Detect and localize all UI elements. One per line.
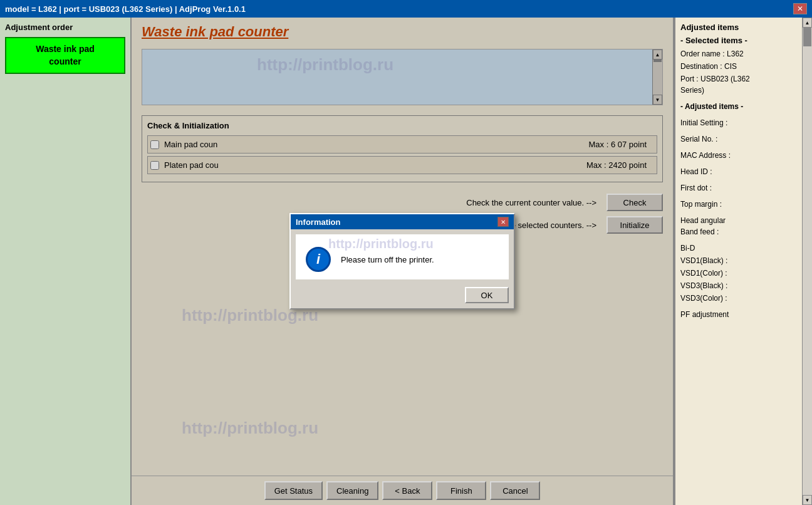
modal-message: Please turn off the printer. [341, 255, 434, 264]
right-item-port: Port : USB023 (L362Series) [680, 73, 797, 96]
right-item-vsd3-color: VSD3(Color) : [680, 292, 797, 305]
waste-ink-pad-counter-menu-item[interactable]: Waste ink pad counter [5, 37, 125, 74]
left-panel: Adjustment order Waste ink pad counter [0, 18, 132, 505]
title-bar-text: model = L362 | port = USB023 (L362 Serie… [5, 4, 246, 14]
modal-body: i Please turn off the printer. [296, 234, 509, 279]
right-item-serial: Serial No. : [680, 133, 797, 145]
selected-items-header: - Selected items - [680, 36, 797, 45]
information-dialog: Information ✕ http://printblog.ru i Plea… [289, 213, 515, 310]
right-panel-title: Adjusted items [680, 23, 797, 32]
left-panel-title: Adjustment order [5, 23, 125, 32]
modal-footer: OK [291, 284, 514, 308]
right-scroll-up[interactable]: ▲ [803, 18, 812, 28]
right-item-head-id: Head ID : [680, 165, 797, 178]
right-item-destination: Destination : CIS [680, 60, 797, 73]
right-item-first-dot: First dot : [680, 182, 797, 194]
right-scroll-thumb[interactable] [803, 28, 811, 46]
right-panel-inner: Adjusted items - Selected items - Order … [674, 18, 812, 505]
close-button[interactable]: ✕ [793, 3, 807, 14]
right-panel-container: Adjusted items - Selected items - Order … [674, 18, 812, 505]
modal-overlay: Information ✕ http://printblog.ru i Plea… [132, 18, 673, 505]
right-item-vsd1-color: VSD1(Color) : [680, 267, 797, 279]
main-layout: Adjustment order Waste ink pad counter h… [0, 18, 812, 505]
modal-close-button[interactable]: ✕ [497, 217, 509, 227]
right-item-vsd3-black: VSD3(Black) : [680, 279, 797, 292]
right-item-order-name: Order name : L362 [680, 48, 797, 60]
right-item-adjusted-header: - Adjusted items - [680, 100, 797, 113]
modal-ok-button[interactable]: OK [465, 287, 509, 303]
right-scroll-down[interactable]: ▼ [803, 495, 812, 505]
right-item-initial-setting: Initial Setting : [680, 117, 797, 129]
right-panel: Adjusted items - Selected items - Order … [674, 18, 802, 505]
title-bar: model = L362 | port = USB023 (L362 Serie… [0, 0, 812, 18]
right-item-bid: Bi-D [680, 242, 797, 254]
info-icon: i [306, 247, 331, 272]
right-item-head-angular: Head angularBand feed : [680, 214, 797, 238]
right-scroll-track [803, 28, 812, 495]
modal-title: Information [296, 217, 341, 227]
right-panel-scrollbar[interactable]: ▲ ▼ [802, 18, 812, 505]
right-item-vsd1-black: VSD1(Black) : [680, 254, 797, 267]
right-item-mac: MAC Address : [680, 149, 797, 162]
center-panel: http://printblog.ru http://printblog.ru … [132, 18, 674, 505]
modal-title-bar: Information ✕ [291, 214, 514, 229]
right-item-pf-adjustment: PF adjustment [680, 308, 797, 321]
right-item-top-margin: Top margin : [680, 198, 797, 211]
